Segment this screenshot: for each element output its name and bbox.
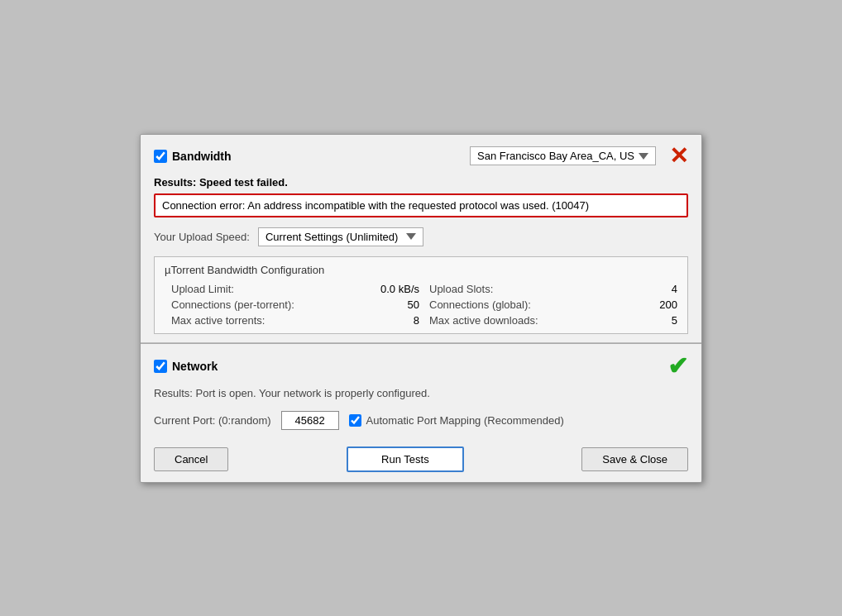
upload-label: Your Upload Speed:	[154, 231, 250, 243]
port-row: Current Port: (0:random) Automatic Port …	[154, 411, 688, 430]
bandwidth-checkbox[interactable]	[154, 150, 167, 163]
network-checkbox-label[interactable]: Network	[154, 360, 218, 373]
autoport-checkbox[interactable]	[349, 414, 361, 427]
max-active-downloads-label: Max active downloads:	[423, 314, 608, 327]
bandwidth-config-box: µTorrent Bandwidth Configuration Upload …	[154, 256, 688, 334]
network-checkbox[interactable]	[154, 360, 167, 373]
connections-global-label: Connections (global):	[423, 298, 608, 311]
bandwidth-title: Bandwidth	[172, 150, 232, 163]
bandwidth-section: Bandwidth San Francisco Bay Area_CA, US …	[141, 135, 701, 343]
config-grid: Upload Limit: 0.0 kB/s Upload Slots: 4 C…	[165, 283, 677, 327]
run-tests-button[interactable]: Run Tests	[347, 446, 464, 472]
network-header: Network ✔	[154, 354, 688, 379]
autoport-text: Automatic Port Mapping (Recommended)	[366, 414, 564, 427]
bandwidth-header: Bandwidth San Francisco Bay Area_CA, US …	[154, 145, 688, 168]
upload-slots-value: 4	[611, 283, 677, 295]
max-active-downloads-value: 5	[611, 314, 677, 327]
upload-limit-label: Upload Limit:	[165, 283, 350, 295]
autoport-label[interactable]: Automatic Port Mapping (Recommended)	[349, 414, 564, 427]
dialog-window: Bandwidth San Francisco Bay Area_CA, US …	[140, 134, 702, 483]
upload-limit-value: 0.0 kB/s	[353, 283, 419, 295]
max-active-torrents-value: 8	[353, 314, 419, 327]
max-active-torrents-label: Max active torrents:	[165, 314, 350, 327]
network-results-text: Results: Port is open. Your network is p…	[154, 387, 688, 399]
port-input[interactable]	[281, 411, 339, 430]
bandwidth-checkbox-label[interactable]: Bandwidth	[154, 150, 232, 163]
upload-slots-label: Upload Slots:	[423, 283, 608, 295]
footer: Cancel Run Tests Save & Close	[141, 438, 701, 472]
connections-per-torrent-label: Connections (per-torrent):	[165, 298, 350, 311]
location-select[interactable]: San Francisco Bay Area_CA, US New York, …	[470, 146, 656, 165]
upload-speed-select[interactable]: Current Settings (Unlimited) 1 Mbps 5 Mb…	[258, 227, 423, 246]
network-section: Network ✔ Results: Port is open. Your ne…	[141, 344, 701, 438]
network-ok-icon: ✔	[667, 354, 688, 379]
connections-per-torrent-value: 50	[353, 298, 419, 311]
close-icon[interactable]: ✕	[669, 145, 688, 168]
save-close-button[interactable]: Save & Close	[581, 447, 688, 471]
connections-global-value: 200	[611, 298, 677, 311]
network-title: Network	[172, 360, 218, 373]
cancel-button[interactable]: Cancel	[154, 447, 228, 471]
config-title: µTorrent Bandwidth Configuration	[165, 264, 677, 276]
results-failed-header: Results: Speed test failed.	[154, 176, 688, 189]
error-message-box: Connection error: An address incompatibl…	[154, 193, 688, 217]
port-label: Current Port: (0:random)	[154, 414, 271, 427]
bandwidth-header-left: Bandwidth	[154, 150, 232, 163]
upload-row: Your Upload Speed: Current Settings (Unl…	[154, 227, 688, 246]
